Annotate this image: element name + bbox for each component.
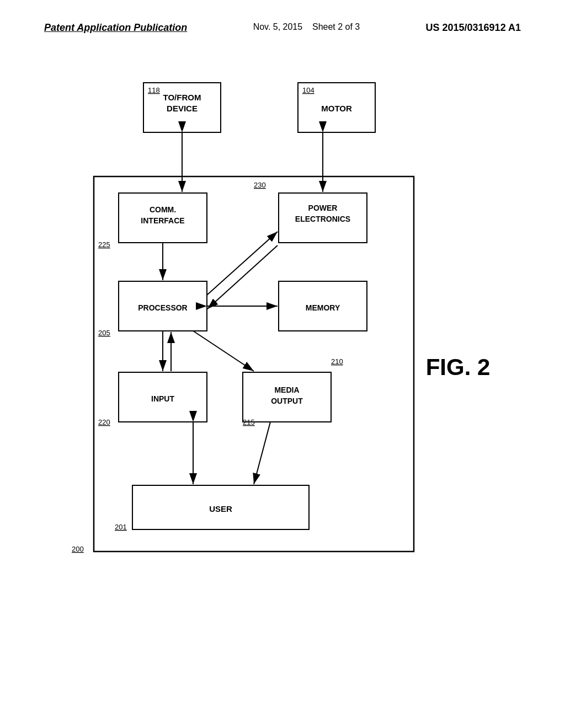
svg-text:215: 215 [243, 418, 255, 426]
svg-text:ELECTRONICS: ELECTRONICS [295, 215, 350, 223]
svg-text:TO/FROM: TO/FROM [163, 93, 201, 102]
publication-date: Nov. 5, 2015 [253, 22, 303, 31]
publication-title: Patent Application Publication [44, 22, 187, 34]
svg-text:201: 201 [115, 523, 127, 531]
svg-text:230: 230 [254, 181, 266, 189]
svg-text:210: 210 [331, 357, 343, 366]
svg-text:COMM.: COMM. [150, 205, 176, 214]
svg-text:MEDIA: MEDIA [274, 386, 299, 394]
svg-text:USER: USER [209, 504, 232, 513]
svg-text:225: 225 [98, 240, 110, 249]
svg-text:DEVICE: DEVICE [167, 104, 198, 113]
header-center: Nov. 5, 2015 Sheet 2 of 3 [253, 22, 360, 32]
block-diagram: TO/FROM DEVICE 118 MOTOR 104 200 COMM. I… [17, 66, 524, 673]
sheet-info: Sheet 2 of 3 [312, 22, 360, 31]
svg-text:118: 118 [148, 86, 160, 94]
svg-text:220: 220 [98, 418, 110, 426]
publication-number: US 2015/0316912 A1 [426, 22, 521, 34]
svg-text:INPUT: INPUT [151, 394, 174, 403]
svg-text:PROCESSOR: PROCESSOR [138, 303, 187, 312]
svg-line-41 [207, 245, 278, 309]
svg-text:POWER: POWER [308, 204, 338, 212]
svg-line-40 [207, 232, 278, 295]
svg-text:MOTOR: MOTOR [321, 104, 352, 113]
svg-text:FIG. 2: FIG. 2 [426, 354, 491, 380]
svg-text:200: 200 [72, 545, 84, 553]
svg-text:INTERFACE: INTERFACE [141, 216, 184, 225]
svg-line-47 [254, 422, 270, 484]
svg-text:MEMORY: MEMORY [306, 303, 340, 312]
svg-text:OUTPUT: OUTPUT [271, 397, 303, 405]
svg-text:205: 205 [98, 329, 110, 337]
svg-rect-11 [94, 176, 414, 552]
svg-text:104: 104 [302, 86, 315, 94]
page-header: Patent Application Publication Nov. 5, 2… [0, 22, 565, 34]
svg-line-45 [193, 331, 254, 371]
